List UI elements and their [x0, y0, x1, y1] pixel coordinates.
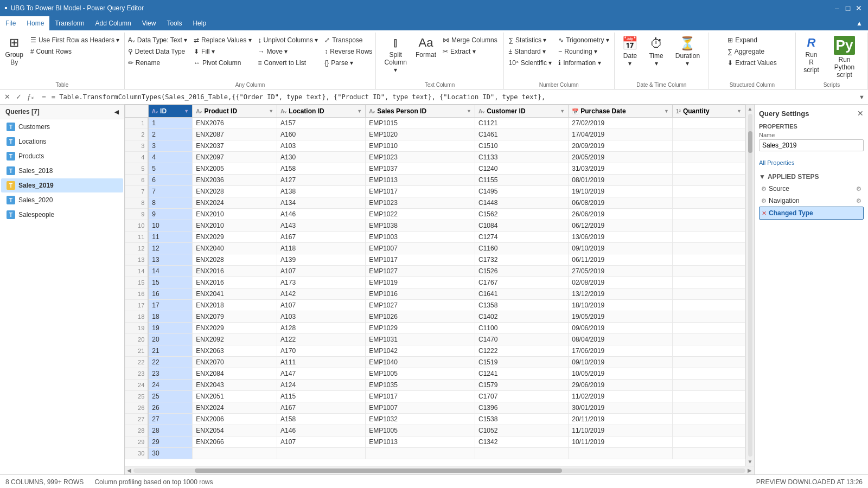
product-id-cell[interactable]: ENX2040 [193, 243, 277, 254]
quantity-cell[interactable] [673, 288, 745, 300]
product-id-cell[interactable]: ENX2029 [193, 232, 277, 243]
trigonometry-button[interactable]: ∿ Trigonometry ▾ [556, 35, 612, 46]
hscroll-right-arrow[interactable]: ▶ [748, 467, 752, 473]
step-navigation[interactable]: ⚙ Navigation ⚙ [759, 195, 864, 207]
purchase-date-cell[interactable]: 20/05/2019 [569, 152, 673, 163]
detect-data-type-button[interactable]: ⚲ Detect Data Type [125, 46, 190, 57]
quantity-cell[interactable] [673, 266, 745, 277]
table-row[interactable]: 2222ENX2070A111EMP1040C151909/10/2019 [125, 357, 745, 368]
table-row[interactable]: 33ENX2037A103EMP1010C151020/09/2019 [125, 140, 745, 152]
customer-id-cell[interactable]: C1579 [475, 380, 569, 391]
customer-id-cell[interactable]: C1133 [475, 152, 569, 163]
id-cell[interactable]: 5 [148, 163, 192, 175]
step-source-gear-icon[interactable]: ⚙ [856, 185, 861, 192]
id-cell[interactable]: 20 [148, 334, 192, 345]
location-id-cell[interactable]: A167 [277, 402, 366, 414]
formula-input[interactable] [52, 93, 854, 101]
product-id-cell[interactable]: ENX2036 [193, 175, 277, 186]
merge-columns-button[interactable]: ⋈ Merge Columns [440, 35, 500, 46]
quantity-cell[interactable] [673, 277, 745, 288]
query-item-sales2019[interactable]: T Sales_2019 [1, 178, 123, 192]
menu-add-column[interactable]: Add Column [90, 16, 137, 30]
location-id-cell[interactable]: A111 [277, 357, 366, 368]
standard-button[interactable]: ± Standard ▾ [506, 46, 555, 57]
quantity-cell[interactable] [673, 152, 745, 163]
query-item-salespeople[interactable]: T Salespeople [1, 208, 123, 222]
quantity-cell[interactable] [673, 254, 745, 266]
purchase-date-cell[interactable]: 17/04/2019 [569, 129, 673, 140]
id-cell[interactable]: 2 [148, 129, 192, 140]
formula-cancel-button[interactable]: ✕ [2, 92, 12, 102]
col-header-sales-person-id[interactable]: Aᵥ Sales Person ID ▼ [366, 105, 475, 118]
table-row[interactable]: 2424ENX2043A124EMP1035C157929/06/2019 [125, 380, 745, 391]
query-name-input[interactable] [759, 139, 864, 151]
customer-id-cell[interactable]: C1358 [475, 300, 569, 311]
queries-collapse-button[interactable]: ◀ [114, 109, 119, 115]
salesperson-cell[interactable]: EMP1023 [366, 197, 475, 209]
purchase-date-cell[interactable]: 11/02/2019 [569, 391, 673, 402]
menu-file[interactable]: File [0, 16, 21, 30]
expand-button[interactable]: ⊞ Expand [725, 35, 779, 46]
step-changed-type[interactable]: ✕ Changed Type [759, 207, 864, 220]
product-id-cell[interactable]: ENX2087 [193, 129, 277, 140]
salesperson-cell[interactable]: EMP1019 [366, 277, 475, 288]
quantity-cell[interactable] [673, 425, 745, 436]
customer-id-cell[interactable] [475, 448, 569, 459]
quantity-cell[interactable] [673, 118, 745, 129]
salesperson-cell[interactable]: EMP1017 [366, 391, 475, 402]
purchase-date-cell[interactable]: 13/12/2019 [569, 288, 673, 300]
convert-list-button[interactable]: ≡ Convert to List [256, 57, 321, 68]
quantity-cell[interactable] [673, 402, 745, 414]
location-id-cell[interactable]: A146 [277, 209, 366, 220]
customer-id-cell[interactable]: C1241 [475, 368, 569, 380]
use-first-row-button[interactable]: ☰ Use First Row as Headers ▾ [28, 35, 122, 46]
table-row[interactable]: 1919ENX2029A128EMP1029C110009/06/2019 [125, 323, 745, 334]
quantity-cell[interactable] [673, 323, 745, 334]
statistics-button[interactable]: ∑ Statistics ▾ [506, 35, 555, 46]
id-cell[interactable]: 18 [148, 311, 192, 323]
salesperson-cell[interactable]: EMP1017 [366, 186, 475, 197]
id-cell[interactable]: 15 [148, 277, 192, 288]
purchase-date-cell[interactable]: 10/11/2019 [569, 436, 673, 448]
purchase-date-cell[interactable]: 08/04/2019 [569, 334, 673, 345]
product-id-cell[interactable]: ENX2028 [193, 186, 277, 197]
scientific-button[interactable]: 10ˣ Scientific ▾ [506, 57, 555, 68]
quantity-cell[interactable] [673, 209, 745, 220]
quantity-cell[interactable] [673, 448, 745, 459]
salesperson-cell[interactable]: EMP1027 [366, 266, 475, 277]
purchase-date-cell[interactable]: 09/10/2019 [569, 357, 673, 368]
id-filter-icon[interactable]: ▼ [184, 108, 189, 114]
customer-id-cell[interactable]: C1707 [475, 391, 569, 402]
location-id-cell[interactable]: A118 [277, 243, 366, 254]
id-cell[interactable]: 27 [148, 414, 192, 425]
salesperson-cell[interactable]: EMP1042 [366, 345, 475, 357]
id-cell[interactable]: 26 [148, 402, 192, 414]
salesperson-cell[interactable]: EMP1032 [366, 414, 475, 425]
salesperson-cell[interactable]: EMP1022 [366, 209, 475, 220]
table-row[interactable]: 1111ENX2029A167EMP1003C127413/06/2019 [125, 232, 745, 243]
salesperson-cell[interactable]: EMP1037 [366, 163, 475, 175]
salesperson-cell[interactable]: EMP1026 [366, 311, 475, 323]
customer-id-cell[interactable]: C1767 [475, 277, 569, 288]
salesperson-cell[interactable]: EMP1010 [366, 140, 475, 152]
quantity-cell[interactable] [673, 368, 745, 380]
table-row[interactable]: 88ENX2024A134EMP1023C144806/08/2019 [125, 197, 745, 209]
customer-id-cell[interactable]: C1274 [475, 232, 569, 243]
id-cell[interactable]: 14 [148, 266, 192, 277]
customer-id-cell[interactable]: C1732 [475, 254, 569, 266]
table-row[interactable]: 1616ENX2041A142EMP1016C164113/12/2019 [125, 288, 745, 300]
customer-id-cell[interactable]: C1510 [475, 140, 569, 152]
customer-id-cell[interactable]: C1538 [475, 414, 569, 425]
id-cell[interactable]: 12 [148, 243, 192, 254]
vscroll-track[interactable] [748, 114, 752, 457]
quantity-cell[interactable] [673, 357, 745, 368]
minimize-button[interactable]: – [832, 3, 842, 13]
product-id-cell[interactable]: ENX2063 [193, 345, 277, 357]
location-id-cell[interactable]: A160 [277, 129, 366, 140]
location-id-cell[interactable]: A173 [277, 277, 366, 288]
product-id-cell[interactable]: ENX2029 [193, 323, 277, 334]
salesperson-cell[interactable]: EMP1005 [366, 425, 475, 436]
customer-id-cell[interactable]: C1519 [475, 357, 569, 368]
replace-values-button[interactable]: ⇄ Replace Values ▾ [191, 35, 254, 46]
purchase-date-cell[interactable]: 27/02/2019 [569, 118, 673, 129]
